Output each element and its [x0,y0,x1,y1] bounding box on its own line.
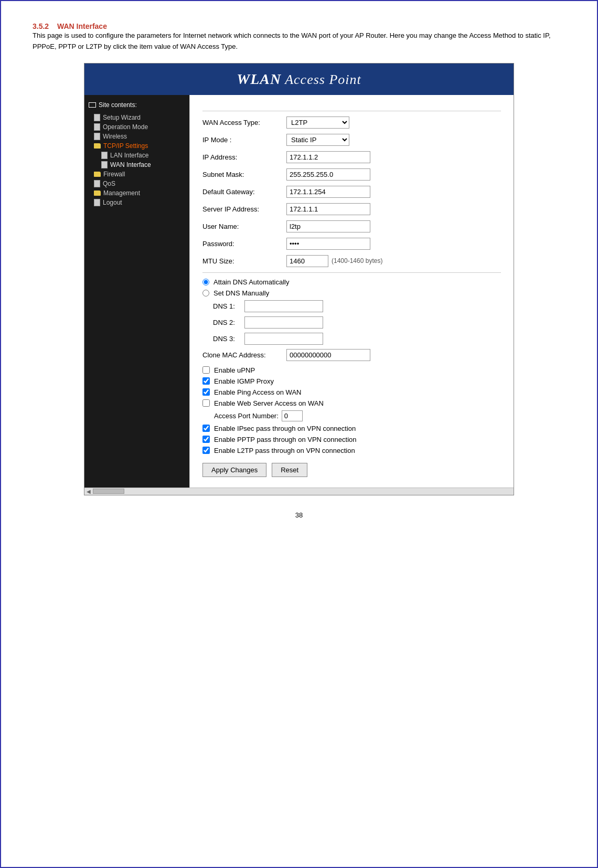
folder-icon [94,190,101,196]
subnet-mask-row: Subnet Mask: [202,168,501,181]
ip-mode-row: IP Mode : Static IP DHCP [202,134,501,146]
reset-button[interactable]: Reset [272,463,307,477]
sidebar-item-label: QoS [103,180,115,187]
scroll-left-arrow[interactable]: ◀ [87,489,91,494]
section-number: 3.5.2 [33,22,49,30]
enable-l2tp-row: Enable L2TP pass through on VPN connecti… [202,447,501,454]
dns-auto-radio[interactable] [202,279,209,285]
apply-changes-button[interactable]: Apply Changes [202,463,266,477]
dns2-row: DNS 2: [202,316,501,329]
enable-upnp-row: Enable uPNP [202,366,501,374]
enable-pptp-checkbox[interactable] [202,436,210,443]
ip-address-row: IP Address: [202,151,501,163]
intro-text: This page is used to configure the param… [33,30,565,52]
enable-pptp-label: Enable PPTP pass through on VPN connecti… [214,436,357,443]
page-icon [94,114,100,121]
dns3-row: DNS 3: [202,333,501,345]
dns-auto-radio-row: Attain DNS Automatically [202,278,501,286]
username-label: User Name: [202,223,286,230]
mtu-row: MTU Size: (1400-1460 bytes) [202,255,501,267]
enable-igmp-checkbox[interactable] [202,377,210,385]
page-icon [101,161,108,168]
sidebar-item-label: LAN Interface [110,152,148,159]
password-input[interactable] [286,238,370,250]
enable-ipsec-row: Enable IPsec pass through on VPN connect… [202,425,501,432]
sidebar-item-label: Setup Wizard [103,114,141,121]
enable-ipsec-label: Enable IPsec pass through on VPN connect… [214,425,356,432]
sidebar-nav: Setup Wizard Operation Mode Wireless TCP… [89,113,185,207]
wan-access-type-row: WAN Access Type: L2TP Static IP DHCP PPP… [202,117,501,129]
dns1-input[interactable] [244,300,323,312]
mtu-hint: (1400-1460 bytes) [332,257,382,264]
page-icon [94,123,100,131]
username-row: User Name: [202,220,501,232]
sidebar-item-lan-interface[interactable]: LAN Interface [94,151,185,160]
dns3-input[interactable] [244,333,323,345]
button-row: Apply Changes Reset [202,463,501,477]
sidebar-item-label: WAN Interface [110,161,151,168]
sidebar-item-logout[interactable]: Logout [94,198,185,207]
enable-ping-checkbox[interactable] [202,388,210,396]
wan-access-type-label: WAN Access Type: [202,119,286,126]
default-gateway-label: Default Gateway: [202,188,286,196]
dns-manual-radio[interactable] [202,290,209,297]
header-wlan: WLAN [237,71,281,87]
dns2-label: DNS 2: [213,319,244,326]
enable-web-row: Enable Web Server Access on WAN [202,399,501,407]
enable-web-checkbox[interactable] [202,399,210,407]
section-number-title: 3.5.2 WAN Interface [33,22,565,30]
folder-icon [94,172,101,177]
sidebar-item-firewall[interactable]: Firewall [94,170,185,179]
access-port-input[interactable] [282,410,303,421]
clone-mac-input[interactable] [286,349,370,361]
server-ip-label: Server IP Address: [202,205,286,213]
page-icon [94,180,100,187]
sidebar-item-wireless[interactable]: Wireless [94,132,185,141]
username-input[interactable] [286,220,370,232]
ip-mode-label: IP Mode : [202,136,286,144]
monitor-icon [89,102,96,108]
header-rest: Access Point [281,72,361,87]
page-number: 38 [33,511,565,519]
site-contents-label: Site contents: [89,101,185,109]
sidebar-item-operation-mode[interactable]: Operation Mode [94,122,185,132]
password-row: Password: [202,238,501,250]
sidebar-item-label: TCP/IP Settings [103,142,148,150]
enable-igmp-row: Enable IGMP Proxy [202,377,501,385]
enable-ipsec-checkbox[interactable] [202,425,210,432]
content-area: WAN Access Type: L2TP Static IP DHCP PPP… [189,95,514,488]
sidebar-item-setup-wizard[interactable]: Setup Wizard [94,113,185,122]
sidebar-item-qos[interactable]: QoS [94,179,185,188]
sidebar-item-label: Wireless [103,133,127,140]
password-label: Password: [202,240,286,248]
subnet-mask-input[interactable] [286,168,370,181]
ip-mode-select[interactable]: Static IP DHCP [286,134,349,146]
default-gateway-input[interactable] [286,186,370,198]
router-ui: WLAN Access Point Site contents: Setup W… [84,63,514,495]
wan-access-type-select[interactable]: L2TP Static IP DHCP PPPoE PPTP [286,117,349,129]
folder-icon [94,143,101,149]
scrollbar-thumb[interactable] [93,489,124,494]
enable-web-label: Enable Web Server Access on WAN [214,399,324,407]
server-ip-input[interactable] [286,203,370,215]
enable-ping-label: Enable Ping Access on WAN [214,388,301,396]
ip-address-label: IP Address: [202,153,286,161]
sidebar-item-management[interactable]: Management [94,188,185,198]
enable-l2tp-checkbox[interactable] [202,447,210,454]
sidebar: Site contents: Setup Wizard Operation Mo… [84,95,189,488]
dns-manual-label: Set DNS Manually [213,289,269,297]
dns2-input[interactable] [244,316,323,329]
dns-manual-radio-row: Set DNS Manually [202,289,501,297]
default-gateway-row: Default Gateway: [202,186,501,198]
mtu-label: MTU Size: [202,257,286,265]
sidebar-item-tcpip[interactable]: TCP/IP Settings [94,141,185,151]
access-port-label: Access Port Number: [214,412,279,420]
sidebar-item-wan-interface[interactable]: WAN Interface [94,160,185,170]
horizontal-scrollbar[interactable]: ◀ [84,488,514,495]
enable-upnp-checkbox[interactable] [202,366,210,374]
mtu-input[interactable] [286,255,328,267]
server-ip-row: Server IP Address: [202,203,501,215]
page-icon [94,133,100,140]
enable-ping-row: Enable Ping Access on WAN [202,388,501,396]
ip-address-input[interactable] [286,151,370,163]
